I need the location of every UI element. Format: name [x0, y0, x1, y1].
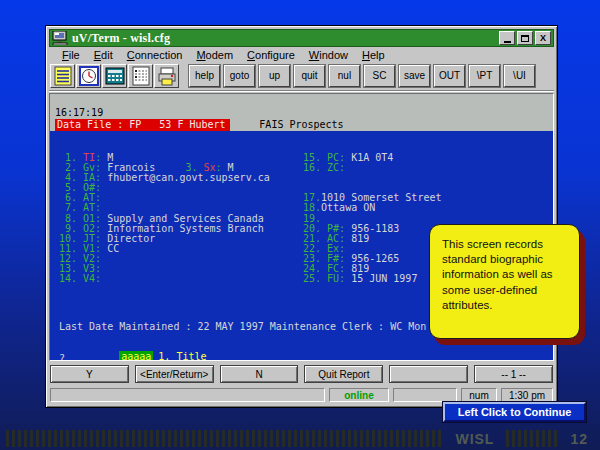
window-title: uV/Term - wisl.cfg: [72, 31, 495, 46]
menu-configure[interactable]: Configure: [240, 49, 302, 61]
toolbar-button-nul[interactable]: nul: [329, 65, 360, 87]
terminal-header: 16:17:19 FAIS Prospects 22 MAY 1997 Data…: [50, 94, 553, 131]
help-callout: This screen records standard biographic …: [429, 224, 580, 339]
terminal-row: 4. IA: fhubert@can.govt.supserv.ca: [59, 173, 551, 183]
toolbar-text-buttons: helpgotoupquitnulSCsaveOUT\PT\UI: [185, 65, 535, 87]
field-name-label: 1. Title: [158, 351, 206, 361]
response-button-enter-return[interactable]: <Enter/Return>: [135, 365, 214, 383]
command-prompt[interactable]: ?: [59, 353, 65, 361]
notes-tool-button[interactable]: [50, 64, 75, 88]
clock-display: 1:30 pm: [501, 388, 553, 402]
print-icon: [157, 66, 177, 86]
clock-tool-button[interactable]: [76, 64, 101, 88]
minimize-icon: [504, 41, 511, 43]
settings-list-tool-button[interactable]: [128, 64, 153, 88]
print-tool-button[interactable]: [154, 64, 179, 88]
response-button-row: Y<Enter/Return>NQuit Report-- 1 --: [49, 361, 554, 386]
toolbar-button-save[interactable]: save: [399, 65, 430, 87]
brand-label: WISL: [455, 431, 494, 447]
calculator-tool-button[interactable]: [102, 64, 127, 88]
menu-connection[interactable]: Connection: [120, 49, 190, 61]
maximize-icon: [521, 35, 529, 42]
numlock-indicator: num: [461, 388, 497, 402]
slide-number: 12: [570, 431, 588, 447]
toolbar-button-sc[interactable]: SC: [364, 65, 395, 87]
toolbar-button-quit[interactable]: quit: [294, 65, 325, 87]
close-button[interactable]: X: [535, 31, 551, 45]
clock-icon: [79, 66, 99, 86]
response-button-blank-4[interactable]: [389, 365, 468, 383]
menu-window[interactable]: Window: [302, 49, 355, 61]
minimize-button[interactable]: [499, 31, 515, 45]
notes-icon: [53, 66, 73, 86]
field-input-highlight[interactable]: aaaaa: [119, 351, 153, 361]
barcode-decoration-right: [506, 430, 558, 447]
toolbar-button-up[interactable]: up: [259, 65, 290, 87]
status-bar: online num 1:30 pm: [49, 386, 554, 402]
close-icon: X: [540, 33, 546, 43]
response-button-y[interactable]: Y: [50, 365, 129, 383]
calculator-icon: [105, 66, 125, 86]
presentation-footer: WISL 12: [0, 429, 600, 448]
maximize-button[interactable]: [517, 31, 533, 45]
current-field-row: aaaaa1. Title: [59, 340, 207, 361]
continue-banner[interactable]: Left Click to Continue: [443, 402, 586, 422]
toolbar-button-help[interactable]: help: [189, 65, 220, 87]
menu-edit[interactable]: Edit: [87, 49, 120, 61]
menu-file[interactable]: File: [55, 49, 87, 61]
toolbar-button-goto[interactable]: goto: [224, 65, 255, 87]
response-button-1[interactable]: -- 1 --: [474, 365, 553, 383]
online-status: online: [329, 388, 389, 402]
toolbar: helpgotoupquitnulSCsaveOUT\PT\UI: [49, 63, 554, 91]
barcode-decoration-left: [6, 430, 443, 447]
last-maintained-line: Last Date Maintained : 22 MAY 1997 Maint…: [59, 321, 426, 332]
menu-help[interactable]: Help: [355, 49, 392, 61]
title-bar[interactable]: uV/Term - wisl.cfg X: [49, 29, 554, 47]
status-message-panel: [50, 388, 325, 402]
terminal-app-icon: [52, 31, 68, 45]
menu-bar: FileEditConnectionModemConfigureWindowHe…: [49, 47, 554, 63]
toolbar-button-out[interactable]: OUT: [434, 65, 465, 87]
desktop: uV/Term - wisl.cfg X FileEditConnectionM…: [0, 0, 600, 450]
printer-setup-icon: [131, 66, 151, 86]
toolbar-button-pt[interactable]: \PT: [469, 65, 500, 87]
status-spare-panel: [393, 388, 457, 402]
response-button-quit-report[interactable]: Quit Report: [304, 365, 383, 383]
toolbar-button-ui[interactable]: \UI: [504, 65, 535, 87]
response-button-n[interactable]: N: [220, 365, 299, 383]
uvterm-window: uV/Term - wisl.cfg X FileEditConnectionM…: [45, 25, 558, 408]
menu-modem[interactable]: Modem: [189, 49, 240, 61]
